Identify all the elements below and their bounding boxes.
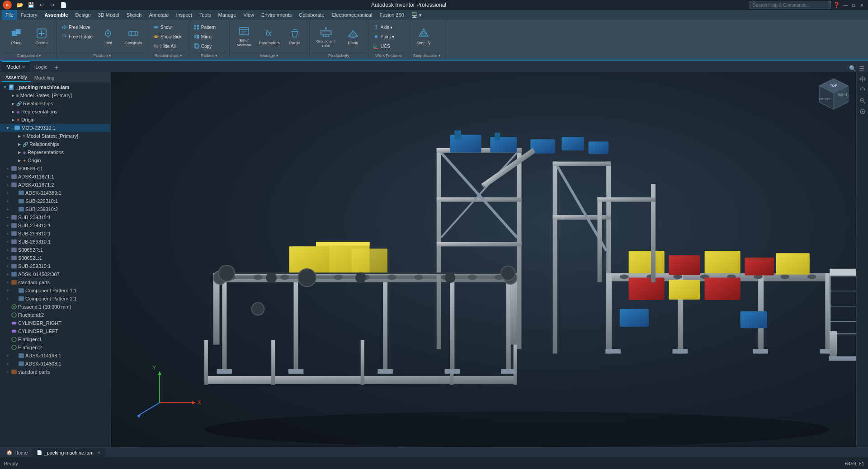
search-input[interactable] <box>750 1 831 9</box>
tree-item[interactable]: ▶ CYLINDER_LEFT <box>0 327 110 335</box>
tree-item[interactable]: + Component Pattern 1:1 <box>0 286 110 295</box>
bill-of-materials-button[interactable]: Bill of Materials <box>232 22 256 51</box>
tree-item[interactable]: ▶ ≡ Model States: [Primary] <box>0 132 110 140</box>
menu-view[interactable]: View <box>240 10 258 20</box>
plane-button[interactable]: Plane <box>341 22 365 51</box>
show-sick-button[interactable]: Show Sick <box>151 32 184 41</box>
redo-icon[interactable]: ↪ <box>48 0 57 9</box>
tree-item[interactable]: + S00652R:1 <box>0 246 110 254</box>
look-at-button[interactable] <box>858 107 868 117</box>
tree-item[interactable]: ▶ Fluchtend:2 <box>0 311 110 319</box>
mirror-button[interactable]: Mirror <box>192 32 217 41</box>
tree-item[interactable]: ▶ ≡ Model States: [Primary] <box>0 91 110 99</box>
tree-item[interactable]: + standard parts <box>0 368 110 376</box>
tree-item[interactable]: + ADSK-014389:1 <box>0 189 110 197</box>
close-tab-icon[interactable]: ✕ <box>97 450 101 455</box>
tree-item[interactable]: + SUB-259310:1 <box>0 262 110 270</box>
tree-menu-icon[interactable]: ☰ <box>859 65 864 72</box>
menu-sketch[interactable]: Sketch <box>123 10 146 20</box>
tree-item[interactable]: + SUB-269310:1 <box>0 238 110 246</box>
menu-monitor-icon[interactable]: 🖥️ ▾ <box>408 10 425 20</box>
save-icon[interactable]: 💾 <box>26 0 35 9</box>
viewport[interactable]: X Y TOP RIGHT FRONT <box>111 72 856 447</box>
tab-ilogic[interactable]: iLogic <box>30 61 52 72</box>
zoom-tool-button[interactable] <box>858 96 868 106</box>
new-icon[interactable]: 📄 <box>59 0 68 9</box>
maximize-button[interactable]: □ <box>850 1 857 9</box>
menu-file[interactable]: File <box>2 10 17 20</box>
viewcube[interactable]: TOP RIGHT FRONT <box>816 77 852 113</box>
help-icon[interactable]: ❓ <box>832 0 841 9</box>
tree-item[interactable]: ▶ Einfügen:2 <box>0 343 110 352</box>
menu-fusion360[interactable]: Fusion 360 <box>376 10 407 20</box>
tree-search-icon[interactable]: 🔍 <box>849 65 856 72</box>
pattern-button[interactable]: Pattern <box>192 23 217 32</box>
simplify-button[interactable]: Simplify <box>412 22 435 51</box>
tree-item[interactable]: ▶ CYLINDER_RIGHT <box>0 319 110 327</box>
close-button[interactable]: ✕ <box>858 1 865 9</box>
tab-model-close[interactable]: ✕ <box>22 65 25 70</box>
tree-item[interactable]: + Component Pattern 2:1 <box>0 295 110 303</box>
tree-item[interactable]: + SUB-239310:2 <box>0 205 110 213</box>
menu-collaborate[interactable]: Collaborate <box>295 10 328 20</box>
copy-button[interactable]: Copy <box>192 42 217 51</box>
menu-inspect[interactable]: Inspect <box>172 10 195 20</box>
menu-design[interactable]: Design <box>71 10 94 20</box>
minimize-button[interactable]: — <box>842 1 849 9</box>
home-tab[interactable]: 🏠 Home <box>2 448 32 457</box>
purge-button[interactable]: Purge <box>283 22 307 51</box>
menu-manage[interactable]: Manage <box>215 10 240 20</box>
joint-button[interactable]: Joint <box>96 22 120 51</box>
menu-3dmodel[interactable]: 3D Model <box>94 10 123 20</box>
tree-item[interactable]: ▼ ─ MOD-029310:1 <box>0 124 110 132</box>
tree-item[interactable]: ▶ Einfügen:1 <box>0 335 110 343</box>
menu-factory[interactable]: Factory <box>17 10 41 20</box>
hide-all-button[interactable]: Hide All <box>151 42 184 51</box>
assembly-tab[interactable]: Assembly <box>2 74 31 82</box>
tree-item[interactable]: + ADSK-014502:307 <box>0 270 110 278</box>
tree-item[interactable]: + ADSK-014308:1 <box>0 360 110 368</box>
free-rotate-button[interactable]: Free Rotate <box>59 32 94 41</box>
packing-machine-tab[interactable]: 📄 _packing machine.iam ✕ <box>32 448 105 457</box>
tree-item[interactable]: + SUB-229310:1 <box>0 197 110 205</box>
free-move-button[interactable]: Free Move <box>59 23 94 32</box>
tree-item[interactable]: + ADSK-014168:1 <box>0 352 110 360</box>
tree-item[interactable]: ▶ 🔗 Relationships <box>0 99 110 108</box>
tree-item[interactable]: + SUB-239310:1 <box>0 213 110 221</box>
ground-and-root-button[interactable]: Ground and Root <box>312 22 340 51</box>
axis-button[interactable]: Axis ▾ <box>371 23 396 32</box>
tree-item[interactable]: + SUB-299310:1 <box>0 230 110 238</box>
menu-environments[interactable]: Environments <box>258 10 295 20</box>
tree-item[interactable]: ▶ ◈ Representations <box>0 148 110 156</box>
tree-item[interactable]: + S00586R:1 <box>0 164 110 173</box>
menu-annotate[interactable]: Annotate <box>145 10 172 20</box>
pan-tool-button[interactable] <box>858 74 868 84</box>
tree-item[interactable]: ▶ ✦ Origin <box>0 116 110 124</box>
open-icon[interactable]: 📂 <box>15 0 24 9</box>
create-button[interactable]: Create <box>30 22 53 51</box>
tree-item[interactable]: ▶ ◈ Representations <box>0 108 110 116</box>
menu-tools[interactable]: Tools <box>196 10 215 20</box>
orbit-tool-button[interactable] <box>858 85 868 95</box>
tree-item[interactable]: + ADSK-011671:1 <box>0 173 110 181</box>
tree-item[interactable]: ▶ ✦ Origin <box>0 156 110 164</box>
tab-add[interactable]: + <box>52 64 61 72</box>
tab-model[interactable]: Model ✕ <box>2 61 30 72</box>
tree-item[interactable]: ▶ 🔗 Relationships <box>0 140 110 148</box>
tree-item[interactable]: + SUB-279310:1 <box>0 221 110 230</box>
ucs-button[interactable]: UCS <box>371 42 396 51</box>
tree-root[interactable]: ▼ _packing machine.iam <box>0 83 110 91</box>
menu-assemble[interactable]: Assemble <box>41 10 71 20</box>
point-button[interactable]: Point ▾ <box>371 32 396 41</box>
tree-item[interactable]: + S00652L:1 <box>0 254 110 262</box>
tree-item[interactable]: + standard parts <box>0 278 110 286</box>
menu-electromechanical[interactable]: Electromechanical <box>328 10 376 20</box>
place-button[interactable]: Place <box>5 22 28 51</box>
undo-icon[interactable]: ↩ <box>37 0 46 9</box>
tree-item[interactable]: + ADSK-011671:2 <box>0 181 110 189</box>
constrain-button[interactable]: Constrain <box>122 22 145 51</box>
show-button[interactable]: Show <box>151 23 184 32</box>
modeling-tab[interactable]: Modeling <box>31 74 58 81</box>
parameters-button[interactable]: fx Parameters <box>258 22 281 51</box>
tree-item[interactable]: ▶ Passend:1 (10.000 mm) <box>0 303 110 311</box>
